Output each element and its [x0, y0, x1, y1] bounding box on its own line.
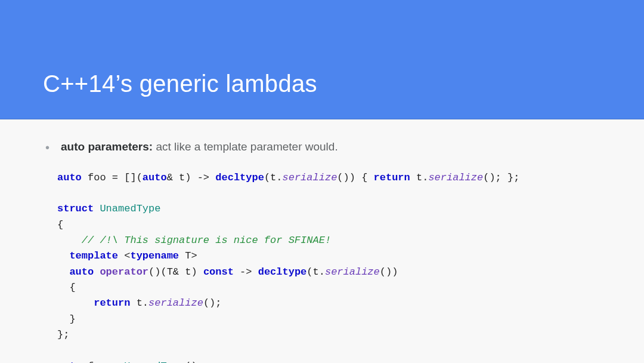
code-keyword: auto [143, 172, 167, 183]
code-keyword: return [94, 297, 130, 309]
code-text [57, 250, 69, 262]
code-keyword: decltype [258, 266, 307, 278]
code-text: ()) { [337, 172, 373, 183]
code-text [94, 203, 100, 214]
code-keyword: auto [69, 266, 94, 278]
code-text: foo = [82, 361, 124, 363]
code-keyword: typename [130, 250, 179, 262]
code-text: { [57, 219, 63, 230]
code-text: (t. [306, 266, 325, 278]
code-keyword: auto [57, 172, 82, 183]
code-text: }; [57, 329, 69, 340]
bullet-list: auto parameters: act like a template par… [43, 139, 601, 156]
code-text: (t. [264, 172, 283, 183]
code-block: auto foo = [](auto& t) -> decltype(t.ser… [57, 170, 601, 364]
code-text [94, 266, 100, 278]
code-text: (); [185, 361, 203, 363]
code-type: UnamedType [100, 203, 160, 214]
code-fn: serialize [428, 172, 483, 183]
bullet-rest: act like a template parameter would. [153, 140, 338, 153]
code-text: ()) [380, 266, 398, 278]
code-keyword: const [203, 266, 234, 278]
slide-title: C++14’s generic lambdas [43, 70, 317, 97]
code-text: foo = []( [82, 172, 143, 183]
slide-header: C++14’s generic lambdas [0, 0, 644, 119]
code-keyword: return [374, 172, 410, 183]
bullet-item: auto parameters: act like a template par… [61, 139, 601, 156]
code-text: t. [130, 297, 148, 309]
code-keyword: decltype [215, 172, 264, 183]
code-text [57, 235, 82, 246]
bullet-strong: auto parameters: [61, 140, 153, 153]
code-keyword: auto [57, 361, 82, 363]
code-text: } [57, 313, 76, 325]
code-text [57, 266, 69, 278]
code-text: (); }; [483, 172, 519, 183]
code-text: ()(T& t) [148, 266, 203, 278]
code-keyword: operator [100, 266, 148, 278]
code-fn: serialize [283, 172, 338, 183]
code-keyword: struct [57, 203, 94, 214]
slide-content: auto parameters: act like a template par… [0, 119, 644, 363]
code-text: (); [203, 297, 222, 309]
code-keyword: template [69, 250, 118, 262]
code-fn: serialize [148, 297, 203, 309]
code-text: t. [410, 172, 429, 183]
code-type: UnamedType [124, 361, 185, 363]
code-text: < [118, 250, 130, 262]
code-comment: // /!\ This signature is nice for SFINAE… [82, 235, 331, 246]
code-text: & t) -> [167, 172, 216, 183]
code-text: -> [234, 266, 258, 278]
code-fn: serialize [325, 266, 380, 278]
code-text: T> [179, 250, 197, 262]
code-text [57, 297, 94, 309]
code-text: { [57, 282, 76, 293]
